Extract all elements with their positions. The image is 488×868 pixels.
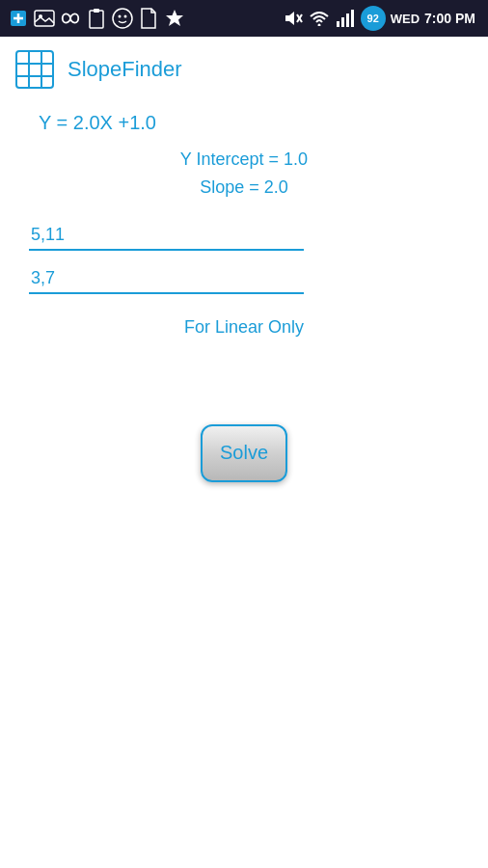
svg-point-14 — [317, 24, 320, 27]
svg-rect-6 — [94, 9, 99, 13]
character-icon — [112, 8, 133, 29]
status-bar-right: 92 WED 7:00 PM — [283, 6, 480, 31]
image-icon — [34, 8, 55, 29]
svg-marker-10 — [166, 10, 183, 26]
y-intercept-result: Y Intercept = 1.0 — [29, 146, 459, 174]
battery-badge: 92 — [361, 6, 386, 31]
svg-rect-15 — [337, 21, 339, 27]
add-icon — [8, 8, 29, 29]
star-icon — [164, 8, 185, 29]
app-logo-icon — [15, 50, 54, 89]
clipboard-icon — [86, 8, 107, 29]
app-header: SlopeFinder — [0, 37, 488, 102]
svg-marker-11 — [285, 12, 294, 25]
status-day: WED — [391, 12, 420, 26]
svg-rect-18 — [351, 10, 354, 27]
svg-rect-3 — [35, 11, 54, 26]
svg-rect-19 — [16, 51, 53, 88]
for-linear-label: For Linear Only — [29, 317, 459, 338]
wifi-icon — [309, 8, 330, 29]
mute-icon — [283, 8, 304, 29]
status-bar-left — [8, 8, 185, 29]
signal-icon — [335, 8, 356, 29]
status-bar: 92 WED 7:00 PM — [0, 0, 488, 37]
svg-point-9 — [124, 15, 127, 18]
svg-rect-17 — [346, 14, 349, 27]
solve-button[interactable]: Solve — [201, 424, 287, 482]
svg-point-7 — [113, 9, 132, 28]
svg-rect-5 — [90, 11, 103, 28]
main-content: Y = 2.0X +1.0 Y Intercept = 1.0 Slope = … — [0, 102, 488, 366]
document-icon — [138, 8, 159, 29]
slope-result: Slope = 2.0 — [29, 174, 459, 202]
status-time: 7:00 PM — [424, 11, 475, 26]
svg-rect-16 — [341, 17, 344, 27]
svg-point-8 — [119, 15, 122, 18]
results-area: Y Intercept = 1.0 Slope = 2.0 — [29, 146, 459, 202]
battery-level: 92 — [367, 13, 379, 24]
coordinate-input-1[interactable] — [29, 221, 304, 251]
solve-button-container: Solve — [0, 424, 488, 482]
app-title: SlopeFinder — [68, 57, 182, 82]
coordinate-input-2[interactable] — [29, 264, 304, 294]
equation-display: Y = 2.0X +1.0 — [39, 112, 156, 134]
infinity-icon — [60, 8, 81, 29]
